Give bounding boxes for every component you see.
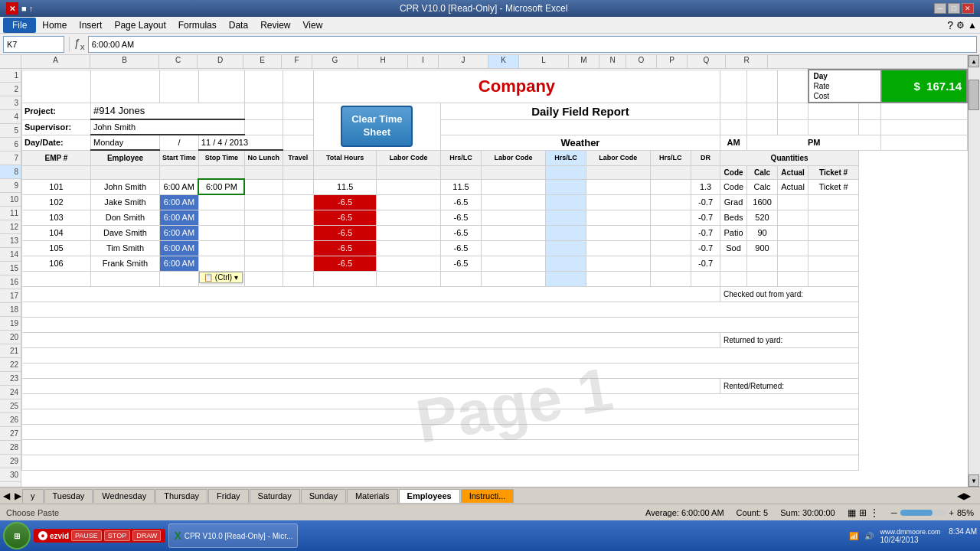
day-date-label-cell[interactable]: Day/Date:	[22, 135, 91, 150]
project-value-cell[interactable]: #914 Jones	[91, 103, 245, 119]
col-B[interactable]: B	[90, 55, 159, 68]
col-F[interactable]: F	[282, 55, 312, 68]
cell-o3[interactable]	[747, 119, 778, 135]
emp-103[interactable]: 103	[22, 210, 91, 225]
cell-empty-e[interactable]	[244, 271, 283, 286]
col-K[interactable]: K	[488, 55, 519, 68]
zoom-in-button[interactable]: +	[949, 508, 954, 517]
lc2-103[interactable]	[482, 210, 545, 225]
employee-header[interactable]: Employee	[91, 150, 160, 165]
col-A[interactable]: A	[21, 55, 90, 68]
hours-103[interactable]: -6.5	[313, 210, 376, 225]
cell-e2[interactable]	[244, 103, 283, 119]
paste-tooltip[interactable]: 📋 (Ctrl) ▾	[199, 272, 243, 283]
hrslc3-103[interactable]	[650, 210, 691, 225]
col-P[interactable]: P	[657, 55, 688, 68]
cell-k6[interactable]	[545, 165, 586, 179]
name-box[interactable]	[3, 36, 64, 53]
cell-empty-g[interactable]	[313, 271, 376, 286]
cell-i6[interactable]	[440, 165, 481, 179]
actual-103[interactable]	[778, 210, 808, 225]
cell-a6[interactable]	[22, 165, 91, 179]
name-103[interactable]: Don Smith	[91, 210, 160, 225]
cell-empty-l[interactable]	[586, 271, 650, 286]
scroll-track[interactable]	[969, 110, 980, 474]
tab-tuesday[interactable]: Tuesday	[44, 489, 93, 503]
tab-y[interactable]: y	[22, 489, 44, 503]
day-value-cell[interactable]: Monday	[91, 135, 160, 150]
dr-102[interactable]: -0.7	[691, 194, 720, 210]
cell-e3[interactable]	[244, 119, 283, 135]
lunch-105[interactable]	[244, 240, 283, 256]
code-105[interactable]: Sod	[720, 240, 747, 256]
cell-a1[interactable]	[22, 70, 91, 103]
stop-104[interactable]	[198, 225, 244, 240]
ticket-105[interactable]	[808, 240, 859, 256]
travel-106[interactable]	[283, 256, 313, 271]
lc2-104[interactable]	[482, 225, 545, 240]
cell-f6[interactable]	[283, 165, 313, 179]
calc-101[interactable]: Calc	[747, 179, 778, 194]
lc3-101[interactable]	[586, 179, 650, 194]
hrslc2-103[interactable]	[545, 210, 586, 225]
cell-a2[interactable]: Project:	[22, 103, 91, 119]
stop-101[interactable]: 6:00 PM	[198, 179, 244, 194]
cell-f3[interactable]	[283, 119, 313, 135]
ticket-103[interactable]	[808, 210, 859, 225]
emp-105[interactable]: 105	[22, 240, 91, 256]
cell-n1[interactable]	[720, 70, 747, 103]
actual-105[interactable]	[778, 240, 808, 256]
scroll-up-button[interactable]: ▲	[969, 55, 979, 67]
travel-101[interactable]	[283, 179, 313, 194]
hrslc3-106[interactable]	[650, 256, 691, 271]
hrslc2-105[interactable]	[545, 240, 586, 256]
travel-104[interactable]	[283, 225, 313, 240]
review-menu[interactable]: Review	[254, 18, 296, 32]
code-106[interactable]	[720, 256, 747, 271]
col-Q[interactable]: Q	[688, 55, 726, 68]
lc1-106[interactable]	[377, 256, 440, 271]
home-menu[interactable]: Home	[36, 18, 73, 32]
cell-h6[interactable]	[377, 165, 440, 179]
cell-empty-n[interactable]	[691, 271, 720, 286]
tab-thursday[interactable]: Thursday	[155, 489, 207, 503]
tab-employees[interactable]: Employees	[399, 489, 460, 503]
close-ribbon-icon[interactable]: ▲	[968, 20, 977, 31]
cell-p2[interactable]	[778, 103, 808, 119]
hrslc2-102[interactable]	[545, 194, 586, 210]
tab-wednesday[interactable]: Wednesday	[93, 489, 155, 503]
draw-button[interactable]: DRAW	[132, 530, 161, 541]
close-button[interactable]: ✕	[962, 3, 974, 14]
dr-105[interactable]: -0.7	[691, 240, 720, 256]
calc-104[interactable]: 90	[747, 225, 778, 240]
taskbar-excel-button[interactable]: X CPR V10.0 [Read-Only] - Micr...	[168, 523, 298, 548]
col-I[interactable]: I	[408, 55, 439, 68]
hrslc1-105[interactable]: -6.5	[440, 240, 481, 256]
cell-q2[interactable]	[808, 103, 859, 119]
cell-s4[interactable]	[881, 135, 967, 150]
clear-time-sheet-button[interactable]: Clear TimeSheet	[341, 106, 413, 147]
empty-row-24[interactable]	[22, 439, 859, 455]
lc1-102[interactable]	[377, 194, 440, 210]
lunch-104[interactable]	[244, 225, 283, 240]
lunch-101[interactable]	[244, 179, 283, 194]
hrslc3-105[interactable]	[650, 240, 691, 256]
lc3-104[interactable]	[586, 225, 650, 240]
stop-102[interactable]	[198, 194, 244, 210]
tab-friday[interactable]: Friday	[208, 489, 249, 503]
lc2-101[interactable]	[482, 179, 545, 194]
settings-icon[interactable]: ⚙	[956, 20, 965, 31]
hrslc1-104[interactable]: -6.5	[440, 225, 481, 240]
cell-empty-f[interactable]	[283, 271, 313, 286]
col-R[interactable]: R	[726, 55, 768, 68]
formulas-menu[interactable]: Formulas	[172, 18, 223, 32]
start-106[interactable]: 6:00 AM	[160, 256, 199, 271]
col-M[interactable]: M	[569, 55, 599, 68]
cell-s3[interactable]	[881, 119, 967, 135]
name-105[interactable]: Tim Smith	[91, 240, 160, 256]
lc1-101[interactable]	[377, 179, 440, 194]
start-button[interactable]: ⊞	[3, 522, 31, 549]
help-icon[interactable]: ?	[947, 19, 953, 31]
cell-empty-q[interactable]	[778, 271, 808, 286]
cell-paste-tooltip[interactable]: 📋 (Ctrl) ▾	[198, 271, 244, 286]
